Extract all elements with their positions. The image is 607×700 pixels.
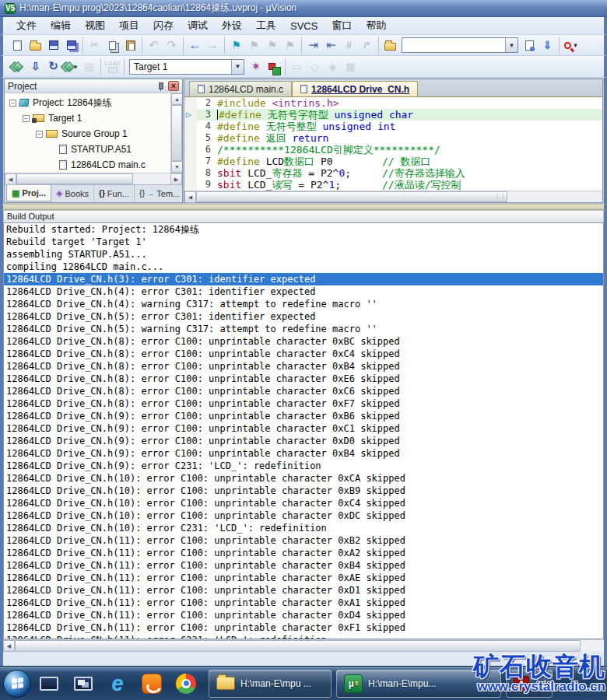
- window-frame-icon[interactable]: [288, 58, 306, 75]
- bookmark-next-icon[interactable]: [263, 37, 281, 54]
- build-output-line-5[interactable]: 12864LCD Drive_CN.h(4): error C301: iden…: [4, 285, 603, 298]
- find-doc-icon[interactable]: [521, 37, 539, 54]
- build-output-line-15[interactable]: 12864LCD Drive_CN.h(9): error C100: unpr…: [4, 410, 603, 422]
- uncomment-icon[interactable]: [358, 37, 376, 54]
- tree-item-2[interactable]: −Source Group 1: [5, 126, 170, 142]
- indent-icon[interactable]: [304, 37, 322, 54]
- wand-icon[interactable]: [247, 58, 265, 75]
- save-icon[interactable]: [44, 37, 62, 54]
- search-box[interactable]: ▼: [402, 37, 518, 53]
- scroll-up-arrow[interactable]: ▲: [171, 93, 182, 105]
- rebuild-icon[interactable]: [44, 58, 62, 75]
- bookmark-prev-icon[interactable]: [245, 37, 263, 54]
- cut-icon[interactable]: [86, 37, 104, 54]
- save-all-icon[interactable]: [62, 37, 80, 54]
- download-load-button[interactable]: LOAD: [104, 58, 121, 75]
- translate-icon[interactable]: [9, 58, 26, 75]
- target-combo-dropdown-arrow-icon[interactable]: ▼: [231, 60, 244, 74]
- scroll-down-arrow[interactable]: ▼: [171, 161, 182, 173]
- build-icon[interactable]: [26, 58, 44, 75]
- build-output-line-20[interactable]: 12864LCD Drive_CN.h(10): error C100: unp…: [4, 472, 603, 485]
- find-in-files-icon[interactable]: [381, 37, 399, 54]
- window-diamond-icon[interactable]: [306, 58, 324, 75]
- tree-expander-icon[interactable]: −: [36, 131, 43, 138]
- panel-splitter[interactable]: [0, 204, 607, 210]
- editor-tab-1[interactable]: 12864LCD Drive_CN.h: [292, 81, 418, 96]
- panel-tab-fun[interactable]: {}Fun...: [94, 185, 135, 201]
- close-panel-button[interactable]: ×: [168, 81, 179, 91]
- window-stack-icon[interactable]: [324, 58, 342, 75]
- editor-tab-0[interactable]: 12864LCD main.c: [189, 81, 292, 96]
- menu-item-10[interactable]: 帮助: [359, 17, 393, 34]
- scroll-thumb[interactable]: [196, 191, 507, 202]
- copy-icon[interactable]: [104, 37, 121, 54]
- uvision-app-icon[interactable]: V5: [5, 3, 16, 14]
- build-output-line-21[interactable]: 12864LCD Drive_CN.h(10): error C100: unp…: [4, 485, 603, 497]
- build-output-line-16[interactable]: 12864LCD Drive_CN.h(9): error C100: unpr…: [4, 422, 603, 435]
- menu-item-9[interactable]: 窗口: [325, 17, 359, 34]
- scroll-right-arrow[interactable]: ▶: [170, 173, 182, 185]
- scroll-thumb[interactable]: [16, 173, 133, 184]
- build-output-horizontal-scrollbar[interactable]: ◀: [3, 639, 604, 652]
- search-box-dropdown-arrow-icon[interactable]: ▼: [505, 38, 518, 52]
- menu-item-8[interactable]: SVCS: [283, 19, 325, 33]
- build-output-line-14[interactable]: 12864LCD Drive_CN.h(8): error C100: unpr…: [4, 397, 603, 410]
- taskbar-icon-chrome[interactable]: [174, 672, 198, 695]
- build-output-line-28[interactable]: 12864LCD Drive_CN.h(11): error C100: unp…: [4, 572, 603, 584]
- build-output-line-12[interactable]: 12864LCD Drive_CN.h(8): error C100: unpr…: [4, 373, 603, 385]
- build-output-line-26[interactable]: 12864LCD Drive_CN.h(11): error C100: unp…: [4, 547, 603, 559]
- nav-back-icon[interactable]: [186, 37, 204, 54]
- tree-item-1[interactable]: −Target 1: [5, 110, 170, 126]
- menu-item-7[interactable]: 工具: [249, 17, 283, 34]
- build-output-line-27[interactable]: 12864LCD Drive_CN.h(11): error C100: unp…: [4, 559, 603, 572]
- nav-forward-icon[interactable]: [204, 37, 222, 54]
- open-file-icon[interactable]: [26, 37, 44, 54]
- build-output-line-7[interactable]: 12864LCD Drive_CN.h(5): error C301: iden…: [4, 310, 603, 323]
- code-editor[interactable]: 2#include <intrins.h>▷3#define 无符号字符型 un…: [184, 97, 602, 191]
- build-output-line-10[interactable]: 12864LCD Drive_CN.h(8): error C100: unpr…: [4, 348, 603, 360]
- window-mesh-icon[interactable]: [342, 58, 360, 75]
- scroll-left-arrow[interactable]: ◀: [184, 191, 196, 203]
- tree-expander-icon[interactable]: −: [9, 100, 16, 107]
- project-tree-horizontal-scrollbar[interactable]: ◀ ▶: [5, 173, 182, 184]
- build-output-line-13[interactable]: 12864LCD Drive_CN.h(8): error C100: unpr…: [4, 385, 603, 397]
- build-output-line-6[interactable]: 12864LCD Drive_CN.h(4): warning C317: at…: [4, 298, 603, 310]
- editor-horizontal-scrollbar[interactable]: ◀: [184, 191, 602, 202]
- build-output-line-8[interactable]: 12864LCD Drive_CN.h(5): warning C317: at…: [4, 323, 603, 335]
- build-output-line-30[interactable]: 12864LCD Drive_CN.h(11): error C100: unp…: [4, 597, 603, 609]
- menu-item-1[interactable]: 编辑: [44, 17, 78, 34]
- tree-item-4[interactable]: 12864LCD main.c: [5, 157, 170, 173]
- panel-tab-books[interactable]: ◈Books: [51, 185, 94, 201]
- build-output-line-23[interactable]: 12864LCD Drive_CN.h(10): error C100: unp…: [4, 509, 603, 522]
- taskbar-button-uvision[interactable]: µ5H:\man-E\mpu...: [336, 670, 501, 698]
- build-output-line-1[interactable]: Rebuild target 'Target 1': [4, 236, 603, 248]
- taskbar-button-folder[interactable]: H:\man-E\mpu ...: [209, 670, 332, 698]
- outdent-icon[interactable]: [322, 37, 340, 54]
- build-output-line-9[interactable]: 12864LCD Drive_CN.h(8): error C100: unpr…: [4, 335, 603, 348]
- start-button[interactable]: [3, 670, 31, 698]
- redo-icon[interactable]: [163, 37, 181, 54]
- build-output-line-19[interactable]: 12864LCD Drive_CN.h(9): error C231: 'LCD…: [4, 460, 603, 472]
- panel-tab-tem[interactable]: {}→Tem...: [135, 185, 185, 201]
- bookmark-clear-icon[interactable]: [281, 37, 299, 54]
- build-output-line-32[interactable]: 12864LCD Drive_CN.h(11): error C100: unp…: [4, 621, 603, 634]
- bookmark-icon[interactable]: [227, 37, 245, 54]
- taskbar-icon-uc-browser[interactable]: [140, 672, 163, 695]
- build-output-line-25[interactable]: 12864LCD Drive_CN.h(11): error C100: unp…: [4, 534, 603, 547]
- build-output-line-18[interactable]: 12864LCD Drive_CN.h(9): error C100: unpr…: [4, 447, 603, 460]
- build-output-line-22[interactable]: 12864LCD Drive_CN.h(10): error C100: unp…: [4, 497, 603, 509]
- menu-item-2[interactable]: 视图: [78, 17, 112, 34]
- build-output-line-29[interactable]: 12864LCD Drive_CN.h(11): error C100: unp…: [4, 584, 603, 597]
- taskbar-icon-display[interactable]: [37, 672, 61, 695]
- scroll-left-arrow[interactable]: ◀: [3, 640, 15, 652]
- build-output-line-2[interactable]: assembling STARTUP.A51...: [4, 248, 603, 261]
- find-next-icon[interactable]: [539, 37, 556, 54]
- taskbar-button-adobe[interactable]: AAdobe: [506, 670, 553, 698]
- target-combo[interactable]: Target 1▼: [129, 59, 244, 75]
- build-output-line-11[interactable]: 12864LCD Drive_CN.h(8): error C100: unpr…: [4, 360, 603, 373]
- build-output-line-33[interactable]: 12864LCD Drive_CN.h(11): error C231: 'LC…: [4, 634, 603, 639]
- undo-icon[interactable]: [145, 37, 163, 54]
- scroll-left-arrow[interactable]: ◀: [5, 173, 16, 185]
- tree-item-3[interactable]: STARTUP.A51: [5, 142, 170, 157]
- menu-item-4[interactable]: 闪存: [146, 17, 181, 34]
